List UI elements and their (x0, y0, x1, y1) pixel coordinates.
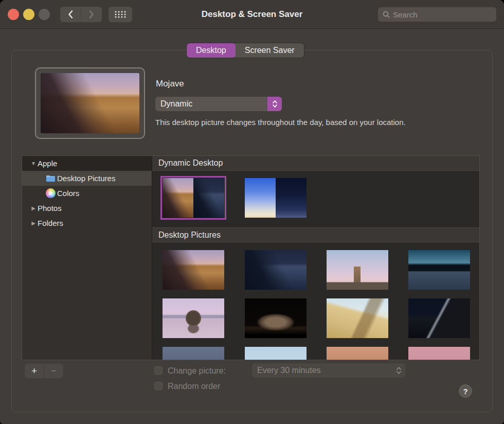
chevron-left-icon (68, 10, 73, 19)
search-placeholder: Search (393, 10, 418, 19)
add-folder-button[interactable]: + (25, 364, 44, 378)
up-down-chevrons-icon (396, 366, 402, 375)
mode-description: This desktop picture changes throughout … (155, 118, 406, 127)
wallpaper-thumb-1[interactable] (163, 250, 224, 290)
sidebar-group-label: Apple (38, 159, 57, 168)
random-order-label: Random order (168, 382, 220, 391)
add-remove-group: + − (25, 364, 63, 378)
folder-icon (46, 174, 57, 182)
title-bar: Desktop & Screen Saver Search (0, 0, 504, 29)
wallpaper-preview-well (35, 67, 145, 139)
source-sidebar: ▼ Apple Desktop Pictures Colors ▶ (22, 156, 152, 360)
section-header-pictures: Desktop Pictures (152, 227, 479, 242)
content-box: ▼ Apple Desktop Pictures Colors ▶ (22, 155, 480, 360)
wallpaper-thumb-solar-gradients[interactable] (245, 178, 307, 218)
interval-dropdown[interactable]: Every 30 minutes (252, 363, 405, 378)
close-button[interactable] (8, 9, 19, 20)
tab-desktop[interactable]: Desktop (187, 43, 236, 58)
disclosure-right-icon[interactable]: ▶ (29, 220, 38, 226)
back-button[interactable] (60, 7, 81, 22)
up-down-chevrons-icon (272, 100, 278, 108)
sidebar-group-photos[interactable]: ▶ Photos (22, 201, 152, 216)
sidebar-item-desktop-pictures[interactable]: Desktop Pictures (22, 171, 152, 186)
wallpaper-name: Mojave (156, 79, 184, 89)
mode-dropdown[interactable]: Dynamic (155, 97, 282, 111)
dropdown-stepper (267, 97, 282, 111)
tab-screen-saver[interactable]: Screen Saver (236, 43, 304, 58)
interval-dropdown-value: Every 30 minutes (252, 366, 392, 375)
show-all-button[interactable] (109, 7, 132, 22)
random-order-checkbox[interactable] (154, 382, 163, 390)
dynamic-desktop-area (152, 171, 479, 227)
change-picture-checkbox[interactable] (154, 366, 163, 375)
wallpaper-thumb-5[interactable] (163, 298, 224, 338)
chevron-right-icon (89, 10, 94, 19)
preferences-window: Desktop & Screen Saver Search Desktop Sc… (0, 0, 504, 424)
section-header-dynamic: Dynamic Desktop (152, 156, 479, 171)
desktop-pictures-grid (152, 242, 479, 360)
change-picture-label: Change picture: (168, 366, 226, 376)
remove-folder-button[interactable]: − (44, 364, 63, 378)
sidebar-group-label: Photos (38, 204, 62, 213)
thumbnail-pane: Dynamic Desktop Desktop Pictures (152, 156, 479, 360)
minimize-button[interactable] (23, 9, 34, 20)
zoom-button-disabled (39, 9, 50, 20)
wallpaper-thumb-mojave-dynamic[interactable] (163, 178, 224, 218)
wallpaper-thumb-11[interactable] (327, 347, 388, 360)
sidebar-item-label: Colors (57, 189, 79, 198)
wallpaper-thumb-2[interactable] (245, 250, 307, 290)
sidebar-group-folders[interactable]: ▶ Folders (22, 216, 152, 231)
wallpaper-thumb-7[interactable] (327, 298, 388, 338)
wallpaper-thumb-10[interactable] (245, 347, 307, 360)
forward-button[interactable] (81, 7, 102, 22)
disclosure-right-icon[interactable]: ▶ (29, 205, 38, 211)
wallpaper-preview-image (41, 73, 139, 133)
search-icon (383, 11, 390, 18)
wallpaper-thumb-6[interactable] (245, 298, 307, 338)
mode-dropdown-value: Dynamic (155, 99, 267, 109)
help-button[interactable]: ? (459, 384, 472, 398)
search-field[interactable]: Search (378, 7, 496, 22)
sidebar-item-colors[interactable]: Colors (22, 186, 152, 201)
grid-icon (115, 11, 126, 18)
disclosure-down-icon[interactable]: ▼ (29, 161, 38, 166)
wallpaper-thumb-4[interactable] (408, 250, 470, 290)
sidebar-group-label: Folders (38, 219, 63, 227)
tab-bar: Desktop Screen Saver (187, 43, 304, 58)
wallpaper-thumb-9[interactable] (163, 347, 224, 360)
color-wheel-icon (46, 188, 57, 198)
wallpaper-thumb-12[interactable] (408, 347, 470, 360)
interval-stepper (392, 366, 405, 375)
sidebar-item-label: Desktop Pictures (57, 174, 115, 183)
sidebar-group-apple[interactable]: ▼ Apple (22, 156, 152, 171)
nav-button-group (60, 7, 102, 22)
wallpaper-thumb-3[interactable] (327, 250, 388, 290)
wallpaper-thumb-8[interactable] (408, 298, 470, 338)
